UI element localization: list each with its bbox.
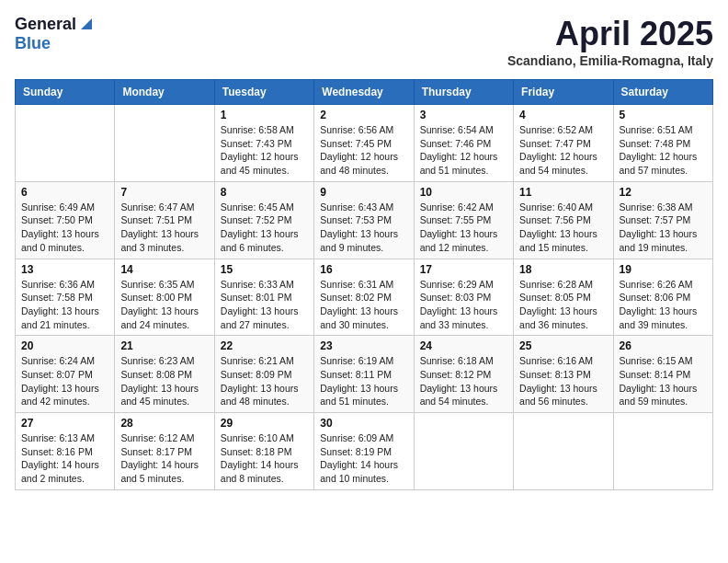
day-number: 23	[320, 339, 407, 352]
header-cell-wednesday: Wednesday	[314, 80, 414, 105]
day-detail: Sunrise: 6:47 AM Sunset: 7:51 PM Dayligh…	[120, 201, 208, 255]
day-number: 11	[519, 186, 607, 199]
day-cell: 27Sunrise: 6:13 AM Sunset: 8:16 PM Dayli…	[16, 413, 115, 490]
day-cell: 11Sunrise: 6:40 AM Sunset: 7:56 PM Dayli…	[514, 181, 613, 259]
day-cell: 29Sunrise: 6:10 AM Sunset: 8:18 PM Dayli…	[214, 413, 313, 490]
day-cell: 17Sunrise: 6:29 AM Sunset: 8:03 PM Dayli…	[414, 259, 513, 336]
day-cell: 20Sunrise: 6:24 AM Sunset: 8:07 PM Dayli…	[16, 336, 115, 413]
calendar-header: SundayMondayTuesdayWednesdayThursdayFrid…	[16, 80, 713, 105]
day-detail: Sunrise: 6:54 AM Sunset: 7:46 PM Dayligh…	[420, 123, 507, 178]
day-cell: 1Sunrise: 6:58 AM Sunset: 7:43 PM Daylig…	[214, 105, 313, 182]
day-cell: 24Sunrise: 6:18 AM Sunset: 8:12 PM Dayli…	[414, 336, 513, 413]
month-title: April 2025	[507, 15, 713, 53]
day-number: 29	[221, 417, 308, 430]
day-cell: 4Sunrise: 6:52 AM Sunset: 7:47 PM Daylig…	[514, 105, 613, 182]
day-detail: Sunrise: 6:19 AM Sunset: 8:11 PM Dayligh…	[320, 354, 407, 408]
week-row-5: 27Sunrise: 6:13 AM Sunset: 8:16 PM Dayli…	[16, 413, 713, 490]
day-detail: Sunrise: 6:29 AM Sunset: 8:03 PM Dayligh…	[420, 278, 507, 332]
week-row-3: 13Sunrise: 6:36 AM Sunset: 7:58 PM Dayli…	[16, 259, 713, 336]
day-number: 22	[221, 339, 308, 352]
day-detail: Sunrise: 6:24 AM Sunset: 8:07 PM Dayligh…	[21, 354, 108, 408]
day-cell: 2Sunrise: 6:56 AM Sunset: 7:45 PM Daylig…	[314, 105, 414, 182]
header: General Blue April 2025 Scandiano, Emili…	[15, 15, 713, 68]
day-cell: 22Sunrise: 6:21 AM Sunset: 8:09 PM Dayli…	[214, 336, 313, 413]
day-detail: Sunrise: 6:56 AM Sunset: 7:45 PM Dayligh…	[320, 123, 407, 178]
day-cell: 30Sunrise: 6:09 AM Sunset: 8:19 PM Dayli…	[314, 413, 414, 490]
day-cell: 12Sunrise: 6:38 AM Sunset: 7:57 PM Dayli…	[613, 181, 712, 259]
logo-general: General	[15, 15, 76, 34]
day-detail: Sunrise: 6:40 AM Sunset: 7:56 PM Dayligh…	[519, 201, 607, 255]
day-number: 26	[620, 339, 707, 352]
day-detail: Sunrise: 6:21 AM Sunset: 8:09 PM Dayligh…	[221, 354, 308, 408]
day-cell: 3Sunrise: 6:54 AM Sunset: 7:46 PM Daylig…	[414, 105, 513, 182]
day-detail: Sunrise: 6:58 AM Sunset: 7:43 PM Dayligh…	[221, 123, 308, 178]
day-detail: Sunrise: 6:38 AM Sunset: 7:57 PM Dayligh…	[620, 201, 707, 255]
day-detail: Sunrise: 6:33 AM Sunset: 8:01 PM Dayligh…	[221, 278, 308, 332]
day-cell: 25Sunrise: 6:16 AM Sunset: 8:13 PM Dayli…	[514, 336, 613, 413]
day-number: 13	[21, 263, 108, 276]
day-cell: 28Sunrise: 6:12 AM Sunset: 8:17 PM Dayli…	[115, 413, 214, 490]
day-number: 9	[320, 186, 407, 199]
day-number: 17	[420, 263, 507, 276]
day-detail: Sunrise: 6:45 AM Sunset: 7:52 PM Dayligh…	[221, 201, 308, 255]
day-cell: 19Sunrise: 6:26 AM Sunset: 8:06 PM Dayli…	[613, 259, 712, 336]
day-cell: 9Sunrise: 6:43 AM Sunset: 7:53 PM Daylig…	[314, 181, 414, 259]
day-number: 7	[120, 186, 208, 199]
day-number: 14	[120, 263, 208, 276]
header-cell-sunday: Sunday	[16, 80, 115, 105]
week-row-1: 1Sunrise: 6:58 AM Sunset: 7:43 PM Daylig…	[16, 105, 713, 182]
day-number: 12	[620, 186, 707, 199]
day-number: 18	[519, 263, 607, 276]
day-cell: 8Sunrise: 6:45 AM Sunset: 7:52 PM Daylig…	[214, 181, 313, 259]
header-row: SundayMondayTuesdayWednesdayThursdayFrid…	[16, 80, 713, 105]
header-cell-friday: Friday	[514, 80, 613, 105]
day-detail: Sunrise: 6:42 AM Sunset: 7:55 PM Dayligh…	[420, 201, 507, 255]
logo-blue: Blue	[15, 34, 51, 53]
day-detail: Sunrise: 6:43 AM Sunset: 7:53 PM Dayligh…	[320, 201, 407, 255]
day-detail: Sunrise: 6:31 AM Sunset: 8:02 PM Dayligh…	[320, 278, 407, 332]
week-row-2: 6Sunrise: 6:49 AM Sunset: 7:50 PM Daylig…	[16, 181, 713, 259]
day-number: 30	[320, 417, 407, 430]
day-number: 8	[221, 186, 308, 199]
header-cell-saturday: Saturday	[613, 80, 712, 105]
day-cell: 16Sunrise: 6:31 AM Sunset: 8:02 PM Dayli…	[314, 259, 414, 336]
day-cell	[414, 413, 513, 490]
day-detail: Sunrise: 6:10 AM Sunset: 8:18 PM Dayligh…	[221, 431, 308, 486]
day-cell: 10Sunrise: 6:42 AM Sunset: 7:55 PM Dayli…	[414, 181, 513, 259]
day-detail: Sunrise: 6:26 AM Sunset: 8:06 PM Dayligh…	[620, 278, 707, 332]
day-detail: Sunrise: 6:09 AM Sunset: 8:19 PM Dayligh…	[320, 431, 407, 486]
header-cell-monday: Monday	[115, 80, 214, 105]
day-cell	[115, 105, 214, 182]
day-detail: Sunrise: 6:35 AM Sunset: 8:00 PM Dayligh…	[120, 278, 208, 332]
day-detail: Sunrise: 6:15 AM Sunset: 8:14 PM Dayligh…	[620, 354, 707, 408]
week-row-4: 20Sunrise: 6:24 AM Sunset: 8:07 PM Dayli…	[16, 336, 713, 413]
day-number: 15	[221, 263, 308, 276]
day-cell: 6Sunrise: 6:49 AM Sunset: 7:50 PM Daylig…	[16, 181, 115, 259]
day-number: 4	[519, 109, 607, 121]
day-detail: Sunrise: 6:49 AM Sunset: 7:50 PM Dayligh…	[21, 201, 108, 255]
day-cell	[16, 105, 115, 182]
calendar: SundayMondayTuesdayWednesdayThursdayFrid…	[15, 79, 713, 490]
day-cell: 21Sunrise: 6:23 AM Sunset: 8:08 PM Dayli…	[115, 336, 214, 413]
day-cell: 26Sunrise: 6:15 AM Sunset: 8:14 PM Dayli…	[613, 336, 712, 413]
day-detail: Sunrise: 6:28 AM Sunset: 8:05 PM Dayligh…	[519, 278, 607, 332]
day-detail: Sunrise: 6:13 AM Sunset: 8:16 PM Dayligh…	[21, 431, 108, 486]
day-number: 28	[120, 417, 208, 430]
day-cell: 13Sunrise: 6:36 AM Sunset: 7:58 PM Dayli…	[16, 259, 115, 336]
header-cell-tuesday: Tuesday	[214, 80, 313, 105]
day-number: 20	[21, 339, 108, 352]
title-area: April 2025 Scandiano, Emilia-Romagna, It…	[507, 15, 713, 68]
day-number: 25	[519, 339, 607, 352]
day-number: 3	[420, 109, 507, 121]
day-detail: Sunrise: 6:51 AM Sunset: 7:48 PM Dayligh…	[620, 123, 707, 178]
subtitle: Scandiano, Emilia-Romagna, Italy	[507, 53, 713, 68]
day-detail: Sunrise: 6:36 AM Sunset: 7:58 PM Dayligh…	[21, 278, 108, 332]
calendar-body: 1Sunrise: 6:58 AM Sunset: 7:43 PM Daylig…	[16, 105, 713, 490]
day-cell: 7Sunrise: 6:47 AM Sunset: 7:51 PM Daylig…	[115, 181, 214, 259]
day-number: 16	[320, 263, 407, 276]
day-number: 1	[221, 109, 308, 121]
day-detail: Sunrise: 6:12 AM Sunset: 8:17 PM Dayligh…	[120, 431, 208, 486]
day-cell: 23Sunrise: 6:19 AM Sunset: 8:11 PM Dayli…	[314, 336, 414, 413]
day-number: 6	[21, 186, 108, 199]
logo-triangle-icon	[79, 17, 92, 33]
